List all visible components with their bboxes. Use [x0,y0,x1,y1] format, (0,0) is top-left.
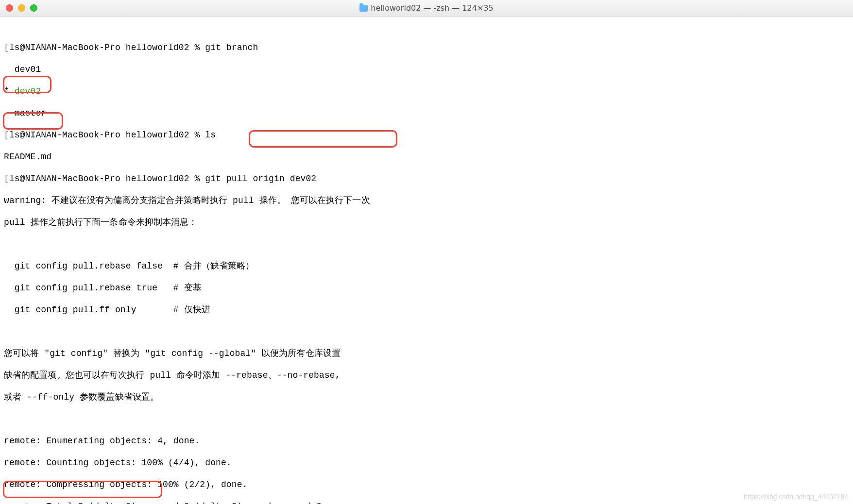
branch-master: master [15,108,46,118]
warn-line-2: pull 操作之前执行下面一条命令来抑制本消息： [4,217,849,228]
remote-line-3: remote: Compressing objects: 100% (2/2),… [4,479,849,490]
branch-current: dev02 [15,86,41,96]
titlebar: helloworld02 — -zsh — 124×35 [0,0,853,17]
window-title-wrap: helloworld02 — -zsh — 124×35 [0,0,853,16]
prompt-text: ls@NIANAN-MacBook-Pro helloworld02 % [9,130,200,140]
ls-output-1: README.md [4,152,51,162]
terminal-body[interactable]: [ls@NIANAN-MacBook-Pro helloworld02 % gi… [0,17,853,504]
cfg-line-3: git config pull.ff only # 仅快进 [4,304,849,316]
remote-line-4: remote: Total 3 (delta 0), reused 0 (del… [4,501,849,504]
cfg-line-2: git config pull.rebase true # 变基 [4,283,849,294]
prompt-text: ls@NIANAN-MacBook-Pro helloworld02 % [9,43,200,52]
cmd-ls-1: ls [205,130,216,140]
warn-line-1: warning: 不建议在没有为偏离分支指定合并策略时执行 pull 操作。 您… [4,195,849,206]
remote-line-2: remote: Counting objects: 100% (4/4), do… [4,457,849,469]
prompt-text: ls@NIANAN-MacBook-Pro helloworld02 % [9,174,200,184]
cmd-git-pull: git pull origin dev02 [205,174,316,184]
folder-icon [359,5,368,12]
remote-line-1: remote: Enumerating objects: 4, done. [4,436,849,447]
cmd-git-branch: git branch [205,43,258,52]
cfg-line-1: git config pull.rebase false # 合并（缺省策略） [4,261,849,272]
paragraph-1: 您可以将 "git config" 替换为 "git config --glob… [4,348,849,359]
branch-dev01: dev01 [15,65,41,74]
paragraph-3: 或者 --ff-only 参数覆盖缺省设置。 [4,392,849,403]
window-title: helloworld02 — -zsh — 124×35 [371,3,493,13]
paragraph-2: 缺省的配置项。您也可以在每次执行 pull 命令时添加 --rebase、--n… [4,370,849,381]
watermark: https://blog.csdn.net/qq_44402184 [744,493,848,502]
